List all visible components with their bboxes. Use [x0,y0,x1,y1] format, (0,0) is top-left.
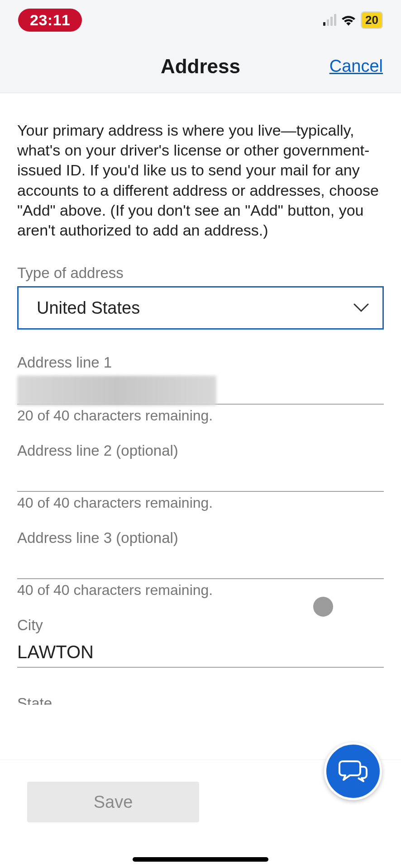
address-line-3-input[interactable] [17,551,384,579]
cancel-button[interactable]: Cancel [329,57,383,76]
status-indicators: 20 [323,11,383,29]
status-bar: 23:11 20 [0,0,401,40]
address-line-1-label: Address line 1 [17,354,384,371]
city-input[interactable]: LAWTON [17,638,384,668]
home-indicator[interactable] [133,857,268,862]
state-label: State [17,695,384,705]
type-of-address-label: Type of address [17,264,384,282]
form-content: Your primary address is where you live—t… [0,93,401,705]
address-line-3-label: Address line 3 (optional) [17,529,384,547]
type-of-address-field: Type of address United States [17,264,384,330]
address-line-3-helper: 40 of 40 characters remaining. [17,582,384,599]
cellular-signal-icon [323,14,336,26]
save-button[interactable]: Save [27,782,199,822]
address-line-1-helper: 20 of 40 characters remaining. [17,407,384,424]
address-line-1-field: Address line 1 20 of 40 characters remai… [17,354,384,424]
chat-icon [338,759,368,784]
wifi-icon [341,14,356,26]
address-line-2-label: Address line 2 (optional) [17,442,384,459]
address-line-3-field: Address line 3 (optional) 40 of 40 chara… [17,529,384,599]
city-label: City [17,617,384,634]
redacted-value [17,376,216,406]
address-line-2-helper: 40 of 40 characters remaining. [17,495,384,511]
chevron-down-icon [353,303,369,312]
status-time: 23:11 [18,9,82,32]
chat-fab[interactable] [324,742,382,800]
address-line-2-input[interactable] [17,464,384,492]
page-title: Address [161,55,240,78]
description-text: Your primary address is where you live—t… [17,120,384,240]
type-of-address-dropdown[interactable]: United States [17,286,384,330]
address-line-1-input[interactable] [17,376,384,405]
battery-indicator: 20 [361,11,383,29]
type-of-address-value: United States [37,298,140,318]
scroll-indicator[interactable] [313,597,333,617]
nav-header: Address Cancel [0,40,401,93]
city-field: City LAWTON [17,617,384,668]
address-line-2-field: Address line 2 (optional) 40 of 40 chara… [17,442,384,511]
